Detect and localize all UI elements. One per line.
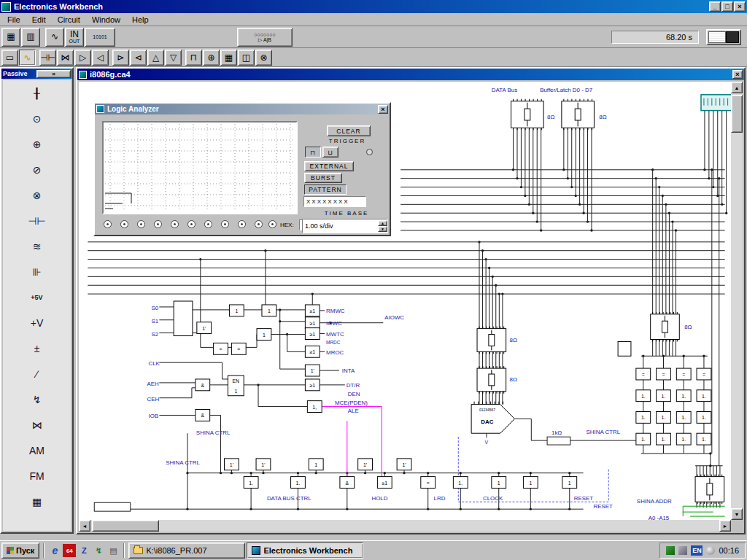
- minimize-button[interactable]: _: [709, 1, 721, 12]
- trigger-edge-positive-button[interactable]: ⊓: [305, 147, 321, 158]
- palette-item-ic-template[interactable]: ▦: [3, 489, 71, 514]
- menu-help[interactable]: Help: [126, 14, 155, 26]
- channel-terminal-10[interactable]: [255, 220, 263, 228]
- burst-button[interactable]: BURST: [304, 173, 342, 183]
- gate[interactable]: [618, 341, 631, 356]
- scroll-down-button[interactable]: ▼: [731, 508, 743, 520]
- vertical-scrollbar[interactable]: ▲ ▼: [731, 82, 743, 520]
- network-icon[interactable]: [666, 546, 675, 555]
- app-titlebar[interactable]: Electronics Workbench _ □ ×: [0, 0, 747, 13]
- channel-terminal-3[interactable]: [137, 220, 145, 228]
- scroll-right-button[interactable]: ►: [719, 520, 731, 532]
- palette-item-battery[interactable]: ±: [3, 335, 71, 361]
- misc-bin-button[interactable]: ⊗: [255, 50, 272, 66]
- volume-icon[interactable]: [678, 546, 687, 555]
- adder-bin-button[interactable]: ⊕: [203, 50, 220, 66]
- transformer-bin-button[interactable]: ⋈: [57, 50, 74, 66]
- ewb-window-button[interactable]: Electronics Workbench: [247, 542, 363, 559]
- channel-terminal-4[interactable]: [154, 220, 162, 228]
- resistor-1k[interactable]: [547, 437, 570, 445]
- logic-analyzer-window[interactable]: Logic Analyzer × HEX: 01 CLEAR TRIGGER ⊓…: [93, 102, 391, 236]
- channel-terminal-1[interactable]: [104, 220, 112, 228]
- internet-explorer-icon[interactable]: e: [48, 544, 61, 557]
- parts-bin-2-button[interactable]: ▥: [21, 28, 40, 47]
- word-generator-bin-button[interactable]: 10101: [85, 28, 115, 47]
- app-doc-icon[interactable]: ▤: [107, 544, 120, 557]
- palette-titlebar[interactable]: Passive ×: [1, 69, 72, 79]
- menu-circuit[interactable]: Circuit: [52, 14, 86, 26]
- scroll-up-button[interactable]: ▲: [731, 82, 743, 93]
- palette-item-pullup-5v[interactable]: +5V: [3, 284, 71, 310]
- channel-terminal-9[interactable]: [238, 220, 246, 228]
- parts-bin-1-button[interactable]: ▦: [1, 28, 20, 47]
- palette-item-connector[interactable]: ╂: [3, 80, 71, 106]
- logic-analyzer-titlebar[interactable]: Logic Analyzer ×: [95, 104, 390, 114]
- palette-item-spark-gap[interactable]: ↯: [3, 386, 71, 412]
- language-indicator[interactable]: EN: [691, 545, 703, 556]
- horizontal-scroll-thumb[interactable]: [92, 520, 159, 532]
- channel-terminal-8[interactable]: [221, 220, 229, 228]
- palette-item-am-source[interactable]: AM: [3, 438, 71, 463]
- palette-item-current-source[interactable]: ⊕: [3, 131, 71, 157]
- channel-terminal-6[interactable]: [187, 220, 196, 228]
- palette-item-controlled-source[interactable]: ⊗: [3, 182, 71, 208]
- channel-terminal-7[interactable]: [204, 220, 212, 228]
- menu-window[interactable]: Window: [86, 14, 126, 26]
- chip-bin-button[interactable]: ▭: [1, 50, 18, 66]
- sources-bin-button[interactable]: ∿: [45, 28, 64, 47]
- palette-item-voltage-source[interactable]: ⊙: [3, 106, 71, 131]
- vertical-scroll-thumb[interactable]: [731, 95, 743, 133]
- flipflop-bin-button[interactable]: ⊓: [185, 50, 202, 66]
- io-ports-bin-button[interactable]: INOUT: [65, 28, 84, 47]
- instruments-bin-button[interactable]: ○○○○○○○▷ A|B: [237, 28, 293, 47]
- folder-window-button[interactable]: K:\i8086_PR.007: [128, 542, 245, 559]
- time-base-field[interactable]: 1.00 s/div ▲▼: [302, 219, 388, 233]
- capacitor-bin-button[interactable]: ⊣⊢: [39, 50, 56, 66]
- component-box[interactable]: [94, 502, 131, 511]
- document-titlebar[interactable]: i8086g.ca4 ×: [77, 69, 744, 80]
- start-button[interactable]: Пуск: [1, 542, 39, 559]
- spin-down-icon[interactable]: ▼: [378, 226, 387, 232]
- palette-item-relay[interactable]: ⋈: [3, 412, 71, 438]
- palette-window[interactable]: Passive × ╂⊙⊕⊘⊗⊣⊢≋⊪+5V+V±∕↯⋈AMFM▦: [0, 67, 74, 534]
- menu-edit[interactable]: Edit: [26, 14, 52, 26]
- clock-terminal[interactable]: [268, 220, 276, 228]
- logic-analyzer-close-button[interactable]: ×: [378, 105, 388, 114]
- palette-item-voltage-ref[interactable]: +V: [3, 310, 71, 335]
- app-z-icon[interactable]: Z: [77, 544, 90, 557]
- channel-terminal-2[interactable]: [120, 220, 128, 228]
- pattern-button[interactable]: PATTERN: [304, 184, 347, 195]
- gate[interactable]: [174, 301, 193, 336]
- app-64-icon[interactable]: 64: [63, 544, 76, 557]
- maximize-button[interactable]: □: [721, 1, 733, 12]
- gates-bin-button[interactable]: △: [147, 50, 164, 66]
- status-icon[interactable]: [706, 546, 715, 555]
- time-base-spinner[interactable]: ▲▼: [378, 220, 387, 232]
- palette-item-switch[interactable]: ∕: [3, 361, 71, 386]
- palette-item-ac-source[interactable]: ⊘: [3, 157, 71, 182]
- power-switch[interactable]: [706, 29, 741, 45]
- horizontal-scrollbar[interactable]: ◄ ►: [79, 520, 731, 532]
- transistor-bin-button[interactable]: ◁: [92, 50, 109, 66]
- display-bin-button[interactable]: ▦: [220, 50, 237, 66]
- menu-file[interactable]: File: [1, 14, 26, 26]
- trigger-edge-negative-button[interactable]: ⊔: [322, 147, 338, 158]
- channel-terminal-5[interactable]: [171, 220, 179, 228]
- passive-bin-button[interactable]: ∿: [19, 50, 36, 66]
- pattern-value-field[interactable]: XXXXXXXX: [303, 196, 366, 207]
- palette-close-button[interactable]: ×: [36, 70, 71, 78]
- close-button[interactable]: ×: [734, 1, 746, 12]
- external-button[interactable]: EXTERNAL: [304, 161, 354, 171]
- clear-button[interactable]: CLEAR: [327, 125, 371, 136]
- document-close-button[interactable]: ×: [732, 70, 743, 79]
- indicator-bin-button[interactable]: ◫: [238, 50, 255, 66]
- palette-item-inductor[interactable]: ≋: [3, 233, 71, 259]
- diode-bin-button[interactable]: ▷: [74, 50, 91, 66]
- palette-item-transformer[interactable]: ⊪: [3, 259, 71, 284]
- logic-bin-button[interactable]: ▽: [165, 50, 182, 66]
- spin-up-icon[interactable]: ▲: [378, 220, 387, 226]
- opamp-bin-button[interactable]: ⊲: [130, 50, 147, 66]
- scroll-left-button[interactable]: ◄: [79, 520, 90, 532]
- app-lightning-icon[interactable]: ↯: [92, 544, 105, 557]
- palette-item-fm-source[interactable]: FM: [3, 463, 71, 489]
